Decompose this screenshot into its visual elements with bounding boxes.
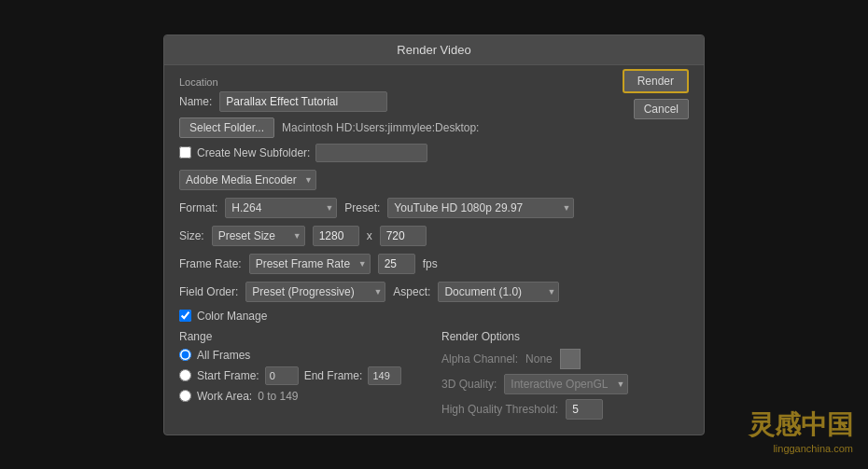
work-area-value: 0 to 149 — [258, 390, 298, 403]
color-manage-row: Color Manage — [179, 310, 689, 323]
fps-label: fps — [423, 257, 438, 270]
watermark-logo: 灵感中国 — [749, 407, 853, 443]
location-label: Location — [179, 76, 689, 88]
watermark-url: lingganchina.com — [749, 443, 853, 454]
preset-select[interactable]: YouTube HD 1080p 29.97 — [387, 198, 574, 218]
threshold-input[interactable] — [566, 399, 603, 420]
end-frame-label: End Frame: — [304, 369, 363, 382]
start-frame-label: Start Frame: — [197, 369, 259, 382]
end-frame-input[interactable] — [368, 366, 401, 385]
threshold-label: High Quality Threshold: — [441, 403, 558, 416]
aspect-label: Aspect: — [393, 285, 430, 298]
render-options-panel: Render Options Alpha Channel: None 3D Qu… — [441, 330, 689, 420]
size-dropdown-wrap: Preset Size ▼ — [212, 226, 305, 246]
size-label: Size: — [179, 229, 204, 242]
all-frames-row: All Frames — [179, 349, 427, 362]
preset-dropdown-wrap: YouTube HD 1080p 29.97 ▼ — [387, 198, 574, 218]
alpha-channel-value: None — [525, 352, 553, 366]
size-row: Size: Preset Size ▼ x — [179, 226, 689, 246]
encoder-dropdown-wrap: Adobe Media Encoder ▼ — [179, 170, 316, 190]
format-select[interactable]: H.264 — [225, 198, 337, 218]
quality-select[interactable]: Interactive OpenGL — [504, 374, 628, 394]
encoder-row: Adobe Media Encoder ▼ — [179, 170, 689, 190]
alpha-preview-box — [560, 349, 581, 369]
frame-range-row: Start Frame: End Frame: — [179, 366, 427, 385]
aspect-select[interactable]: Document (1.0) — [438, 282, 559, 302]
work-area-radio[interactable] — [179, 390, 191, 402]
render-options-title: Render Options — [441, 330, 689, 343]
render-button[interactable]: Render — [623, 69, 689, 93]
height-input[interactable] — [380, 226, 427, 246]
threshold-row: High Quality Threshold: — [441, 399, 689, 420]
x-label: x — [367, 229, 372, 242]
range-title: Range — [179, 330, 427, 343]
aspect-dropdown-wrap: Document (1.0) ▼ — [438, 282, 559, 302]
bottom-panels: Range All Frames Start Frame: End Frame:… — [179, 330, 689, 420]
subfolder-name-input[interactable] — [315, 144, 427, 162]
quality-row: 3D Quality: Interactive OpenGL ▼ — [441, 374, 689, 394]
location-section: Location Name: Select Folder... Macintos… — [179, 76, 689, 162]
watermark: 灵感中国 lingganchina.com — [749, 407, 853, 454]
create-subfolder-checkbox[interactable] — [179, 146, 191, 159]
create-subfolder-label: Create New Subfolder: — [197, 146, 310, 159]
select-folder-button[interactable]: Select Folder... — [179, 117, 274, 138]
color-manage-checkbox[interactable] — [179, 310, 191, 322]
name-input[interactable] — [219, 91, 387, 112]
all-frames-label: All Frames — [197, 349, 250, 362]
action-buttons: Render Cancel — [623, 69, 689, 119]
work-area-row: Work Area: 0 to 149 — [179, 390, 427, 403]
name-label: Name: — [179, 95, 212, 108]
encoder-select[interactable]: Adobe Media Encoder — [179, 170, 316, 190]
field-aspect-row: Field Order: Preset (Progressive) ▼ Aspe… — [179, 282, 689, 302]
render-video-dialog: Render Video Location Name: Select Folde… — [163, 34, 705, 435]
work-area-label: Work Area: — [197, 390, 252, 403]
format-dropdown-wrap: H.264 ▼ — [225, 198, 337, 218]
folder-path: Macintosh HD:Users:jimmylee:Desktop: — [282, 121, 479, 134]
field-order-dropdown-wrap: Preset (Progressive) ▼ — [245, 282, 385, 302]
cancel-button[interactable]: Cancel — [634, 99, 689, 119]
format-label: Format: — [179, 201, 217, 214]
name-row: Name: — [179, 91, 689, 112]
quality-label: 3D Quality: — [441, 378, 497, 391]
fps-dropdown-wrap: Preset Frame Rate ▼ — [249, 254, 371, 274]
quality-dropdown-wrap: Interactive OpenGL ▼ — [504, 374, 628, 394]
subfolder-row: Create New Subfolder: — [179, 144, 689, 162]
frame-rate-row: Frame Rate: Preset Frame Rate ▼ fps — [179, 254, 689, 274]
range-panel: Range All Frames Start Frame: End Frame:… — [179, 330, 427, 420]
width-input[interactable] — [313, 226, 359, 246]
frame-range-radio[interactable] — [179, 369, 191, 381]
preset-label: Preset: — [344, 201, 380, 214]
alpha-row: Alpha Channel: None — [441, 349, 689, 369]
start-frame-input[interactable] — [265, 366, 299, 385]
format-preset-row: Format: H.264 ▼ Preset: YouTube HD 1080p… — [179, 198, 689, 218]
color-manage-label: Color Manage — [197, 310, 267, 323]
fps-input[interactable] — [378, 254, 415, 274]
dialog-title: Render Video — [164, 35, 704, 65]
folder-row: Select Folder... Macintosh HD:Users:jimm… — [179, 117, 689, 138]
field-order-select[interactable]: Preset (Progressive) — [245, 282, 385, 302]
dialog-body: Location Name: Select Folder... Macintos… — [164, 65, 704, 435]
alpha-channel-label: Alpha Channel: — [441, 352, 518, 366]
all-frames-radio[interactable] — [179, 349, 191, 361]
field-order-label: Field Order: — [179, 285, 238, 298]
fps-select[interactable]: Preset Frame Rate — [249, 254, 371, 274]
size-select[interactable]: Preset Size — [212, 226, 305, 246]
frame-rate-label: Frame Rate: — [179, 257, 242, 270]
